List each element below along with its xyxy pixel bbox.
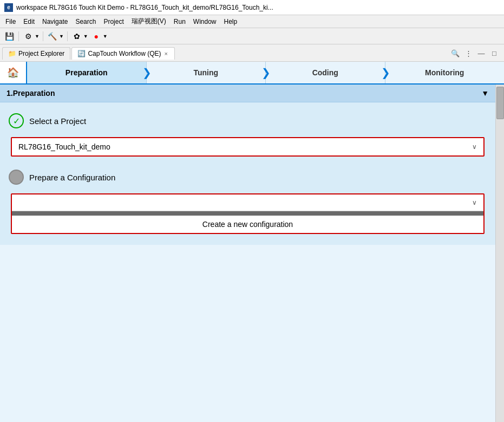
captouch-icon: 🔄 — [77, 50, 86, 57]
tab-search-icon[interactable]: 🔍 — [450, 48, 461, 59]
select-project-icon: ✓ — [9, 113, 24, 128]
save-button[interactable]: 💾 — [3, 30, 15, 42]
prepare-config-icon: ○ — [9, 170, 24, 185]
step-tab-monitoring[interactable]: Monitoring — [385, 62, 505, 83]
home-icon: 🏠 — [7, 67, 19, 79]
tuning-label: Tuning — [193, 68, 218, 77]
gear-dropdown-arrow[interactable]: ▼ — [83, 34, 88, 39]
tabs-bar: 📁 Project Explorer 🔄 CapTouch Workflow (… — [0, 44, 504, 62]
toolbar-separator-2 — [43, 31, 43, 41]
project-explorer-icon: 📁 — [8, 50, 16, 57]
select-project-step: ✓ Select a Project — [9, 109, 487, 133]
section-content: ✓ Select a Project RL78G16_Touch_kit_dem… — [0, 102, 495, 245]
prepare-config-step: ○ Prepare a Configuration — [9, 161, 487, 189]
app-icon: e — [4, 3, 13, 12]
menu-bar: File Edit Navigate Search Project 瑞萨视图(V… — [0, 15, 504, 28]
home-tab[interactable]: 🏠 — [0, 62, 27, 83]
config-dropdown-inner[interactable]: ∨ — [12, 194, 483, 211]
create-new-config-option[interactable]: Create a new configuration — [12, 216, 483, 233]
project-dropdown-inner[interactable]: RL78G16_Touch_kit_demo ∨ — [12, 138, 483, 155]
captouch-label: CapTouch Workflow (QE) — [88, 50, 161, 57]
tab-toolbar-icons: 🔍 ⋮ — □ — [450, 48, 502, 59]
tab-close-button[interactable]: × — [163, 50, 169, 57]
window-title: workspace RL78G16 Touch Kit Demo - RL78G… — [16, 4, 273, 11]
build-button[interactable]: 🔨 — [47, 30, 58, 42]
step-tabs: 🏠 Preparation Tuning Coding Monitoring — [0, 62, 504, 85]
section-header[interactable]: 1.Preparation ▼ — [0, 85, 495, 102]
scrollbar-thumb[interactable] — [496, 87, 504, 119]
scrollbar-track[interactable] — [495, 85, 504, 422]
build-dropdown-arrow[interactable]: ▼ — [59, 34, 64, 39]
tab-maximize-icon[interactable]: □ — [489, 48, 500, 59]
project-dropdown-arrow[interactable]: ∨ — [472, 143, 477, 151]
prepare-config-label: Prepare a Configuration — [29, 173, 115, 182]
run-dropdown[interactable]: ● ▼ — [90, 30, 108, 42]
tab-minimize-icon[interactable]: — — [476, 48, 487, 59]
toolbar-separator-1 — [18, 31, 19, 41]
select-project-label: Select a Project — [29, 116, 86, 126]
step-tab-tuning[interactable]: Tuning — [147, 62, 266, 83]
menu-window[interactable]: Window — [190, 17, 220, 27]
config-dropdown[interactable]: ∨ Create a new configuration — [11, 193, 485, 234]
build-dropdown[interactable]: 🔨 ▼ — [47, 30, 64, 42]
toolbar: 💾 ⚙ ▼ 🔨 ▼ ✿ ▼ ● ▼ — [0, 28, 504, 44]
workflow-panel: 🏠 Preparation Tuning Coding Monitoring 1… — [0, 62, 504, 422]
menu-renesas-view[interactable]: 瑞萨视图(V) — [128, 16, 169, 27]
menu-navigate[interactable]: Navigate — [39, 17, 71, 27]
toolbar-separator-3 — [67, 31, 68, 41]
gear-button[interactable]: ✿ — [71, 30, 83, 42]
tab-project-explorer[interactable]: 📁 Project Explorer — [2, 47, 70, 60]
project-selected-value: RL78G16_Touch_kit_demo — [18, 142, 110, 151]
menu-project[interactable]: Project — [100, 17, 127, 27]
run-button[interactable]: ● — [90, 30, 102, 42]
menu-help[interactable]: Help — [221, 17, 241, 27]
section-collapse-icon[interactable]: ▼ — [481, 89, 489, 98]
config-dropdown-arrow[interactable]: ∨ — [472, 199, 477, 206]
run-dropdown-arrow[interactable]: ▼ — [103, 34, 108, 39]
preparation-label: Preparation — [66, 68, 108, 77]
project-dropdown[interactable]: RL78G16_Touch_kit_demo ∨ — [11, 137, 485, 157]
config-dropdown-options: Create a new configuration — [12, 211, 483, 233]
main-area: 🏠 Preparation Tuning Coding Monitoring 1… — [0, 62, 504, 422]
menu-file[interactable]: File — [2, 17, 19, 27]
settings-dropdown[interactable]: ⚙ ▼ — [22, 30, 40, 42]
tab-more-icon[interactable]: ⋮ — [463, 48, 474, 59]
step-tab-preparation[interactable]: Preparation — [27, 62, 147, 83]
content-area: 1.Preparation ▼ ✓ Select a Project — [0, 85, 495, 422]
dropdown-divider — [12, 211, 483, 216]
coding-label: Coding — [312, 68, 338, 77]
menu-run[interactable]: Run — [171, 17, 189, 27]
settings-dropdown-arrow[interactable]: ▼ — [35, 34, 40, 39]
monitoring-label: Monitoring — [425, 68, 464, 77]
step-tab-coding[interactable]: Coding — [266, 62, 385, 83]
settings-button[interactable]: ⚙ — [22, 30, 34, 42]
tab-captouch-workflow[interactable]: 🔄 CapTouch Workflow (QE) × — [71, 47, 175, 60]
section-title: 1.Preparation — [6, 89, 55, 98]
menu-search[interactable]: Search — [72, 17, 99, 27]
menu-edit[interactable]: Edit — [20, 17, 38, 27]
title-bar: e workspace RL78G16 Touch Kit Demo - RL7… — [0, 0, 504, 15]
project-explorer-label: Project Explorer — [18, 50, 64, 57]
gear-dropdown[interactable]: ✿ ▼ — [71, 30, 88, 42]
